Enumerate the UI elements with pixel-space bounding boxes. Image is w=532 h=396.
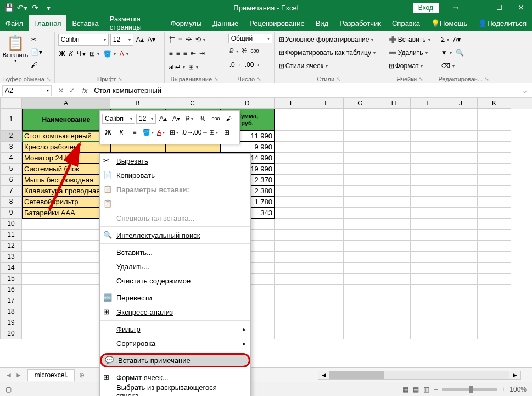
- cell[interactable]: [377, 164, 411, 175]
- cell[interactable]: [377, 295, 411, 306]
- cell[interactable]: [411, 230, 444, 241]
- row-header[interactable]: 17: [0, 295, 22, 306]
- cm-quick-analysis[interactable]: ⊞Экспресс-анализ: [100, 305, 250, 319]
- insert-cells-button[interactable]: ➕ Вставить: [388, 34, 432, 46]
- paste-button[interactable]: 📋 Вставить ▾: [3, 34, 27, 63]
- row-header[interactable]: 9: [0, 208, 22, 219]
- cell[interactable]: [377, 274, 411, 285]
- cell[interactable]: [275, 175, 310, 186]
- wrap-text-icon[interactable]: ab↵: [168, 61, 186, 73]
- cell[interactable]: [275, 306, 310, 317]
- mt-borders-icon[interactable]: ⊞: [168, 126, 180, 138]
- view-pagebreak-icon[interactable]: ▥: [423, 386, 429, 393]
- cell[interactable]: [344, 306, 377, 317]
- cm-insert-comment[interactable]: 💬Вставить примечание: [100, 353, 250, 367]
- mt-bold-button[interactable]: Ж: [102, 126, 114, 138]
- cell[interactable]: [411, 306, 444, 317]
- cell[interactable]: [444, 153, 478, 164]
- col-header-b[interactable]: B: [110, 98, 165, 109]
- cell[interactable]: Батарейки ААА: [22, 208, 110, 219]
- cell[interactable]: [478, 241, 511, 252]
- cell[interactable]: [478, 285, 511, 295]
- cell[interactable]: [444, 208, 478, 219]
- cell[interactable]: [310, 328, 344, 339]
- row-header[interactable]: 6: [0, 175, 22, 186]
- cell[interactable]: [377, 317, 411, 328]
- cell[interactable]: [22, 295, 110, 306]
- underline-button[interactable]: Ч▾: [76, 48, 87, 60]
- align-bottom-icon[interactable]: ⬲: [184, 34, 193, 46]
- align-top-icon[interactable]: ⬱: [168, 34, 176, 46]
- cell[interactable]: [22, 274, 110, 285]
- cell[interactable]: [344, 328, 377, 339]
- cell[interactable]: [344, 153, 377, 164]
- cell[interactable]: [22, 328, 110, 339]
- cell[interactable]: [344, 175, 377, 186]
- cell[interactable]: Стол компьютерный: [22, 131, 110, 142]
- row-header[interactable]: 8: [0, 197, 22, 208]
- mt-font-size[interactable]: 12: [136, 114, 156, 124]
- cell[interactable]: [478, 131, 511, 142]
- cell[interactable]: [275, 263, 310, 274]
- increase-indent-icon[interactable]: ⇥: [198, 47, 206, 59]
- cell[interactable]: [310, 263, 344, 274]
- tab-formulas[interactable]: Формулы: [165, 15, 208, 31]
- mt-percent-icon[interactable]: %: [197, 113, 209, 125]
- cell[interactable]: [444, 109, 478, 131]
- enter-formula-icon[interactable]: ✓: [69, 87, 75, 94]
- align-left-icon[interactable]: ≡: [168, 47, 174, 59]
- cell[interactable]: [444, 131, 478, 142]
- cell[interactable]: [275, 328, 310, 339]
- cell[interactable]: [310, 142, 344, 153]
- decrease-decimal-icon[interactable]: .00→: [244, 59, 262, 71]
- cell[interactable]: [22, 241, 110, 252]
- copy-icon[interactable]: 📄▾: [30, 46, 43, 58]
- mt-italic-button[interactable]: К: [115, 126, 127, 138]
- cell[interactable]: [344, 252, 377, 263]
- col-header-a[interactable]: A: [22, 98, 110, 109]
- select-all-button[interactable]: [0, 98, 22, 109]
- cell[interactable]: [310, 317, 344, 328]
- cell[interactable]: Системный блок: [22, 164, 110, 175]
- sheet-prev-icon[interactable]: ◄: [5, 371, 12, 379]
- cell[interactable]: [377, 109, 411, 131]
- cell[interactable]: Мышь беспроводная: [22, 175, 110, 186]
- ribbon-display-icon[interactable]: ▭: [444, 0, 466, 15]
- cm-insert[interactable]: Вставить...: [100, 245, 250, 259]
- mt-cond-fmt-icon[interactable]: ⊞: [221, 126, 233, 138]
- tab-page-layout[interactable]: Разметка страницы: [104, 15, 165, 31]
- cell[interactable]: [344, 295, 377, 306]
- cell[interactable]: [377, 175, 411, 186]
- col-header-d[interactable]: D: [220, 98, 275, 109]
- save-icon[interactable]: 💾: [3, 2, 14, 13]
- mt-currency-icon[interactable]: ₽: [183, 113, 195, 125]
- italic-button[interactable]: К: [68, 48, 74, 60]
- font-name-select[interactable]: Calibri: [58, 34, 109, 46]
- conditional-formatting-button[interactable]: ⊞ Условное форматирование: [278, 34, 375, 46]
- cell[interactable]: [478, 219, 511, 230]
- percent-icon[interactable]: %: [240, 45, 249, 57]
- cell[interactable]: [310, 252, 344, 263]
- tab-help[interactable]: Справка: [387, 15, 425, 31]
- cell[interactable]: [310, 306, 344, 317]
- mt-decrease-font-icon[interactable]: A▾: [170, 113, 182, 125]
- col-header-e[interactable]: E: [275, 98, 310, 109]
- minimize-button[interactable]: —: [466, 0, 488, 15]
- cell[interactable]: [344, 219, 377, 230]
- cell[interactable]: [411, 197, 444, 208]
- cell[interactable]: [411, 186, 444, 197]
- cell[interactable]: [22, 285, 110, 295]
- cell[interactable]: [478, 295, 511, 306]
- cell[interactable]: [377, 328, 411, 339]
- cell[interactable]: [478, 252, 511, 263]
- find-icon[interactable]: 🔍: [455, 47, 465, 59]
- mt-decrease-decimal-icon[interactable]: .00→: [194, 126, 206, 138]
- cell[interactable]: [310, 241, 344, 252]
- cell[interactable]: [310, 285, 344, 295]
- cell[interactable]: [411, 328, 444, 339]
- cell[interactable]: [344, 131, 377, 142]
- cell[interactable]: [22, 219, 110, 230]
- cell[interactable]: [275, 208, 310, 219]
- tab-data[interactable]: Данные: [207, 15, 244, 31]
- decrease-indent-icon[interactable]: ⇤: [189, 47, 197, 59]
